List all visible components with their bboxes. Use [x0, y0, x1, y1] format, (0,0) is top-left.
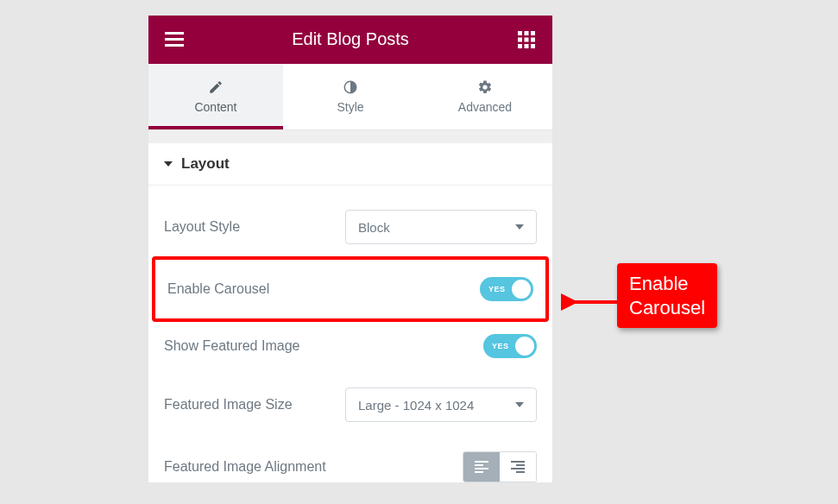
svg-rect-14	[475, 468, 488, 469]
row-featured-image-size: Featured Image Size Large - 1024 x 1024	[164, 387, 537, 422]
section-title: Layout	[181, 155, 230, 173]
svg-rect-18	[511, 468, 525, 469]
tab-style[interactable]: Style	[283, 64, 418, 129]
align-left-button[interactable]	[463, 452, 500, 482]
align-group	[463, 451, 537, 482]
svg-rect-6	[518, 37, 522, 41]
toggle-show-featured-image-text: YES	[492, 342, 509, 350]
tab-style-label: Style	[337, 100, 363, 114]
svg-rect-12	[475, 461, 488, 463]
row-layout-style: Layout Style Block	[164, 210, 537, 244]
select-layout-style-value: Block	[358, 220, 390, 235]
callout-line2: Carousel	[629, 296, 705, 320]
toggle-show-featured-image[interactable]: YES	[483, 334, 537, 358]
svg-rect-10	[525, 44, 529, 48]
editor-panel: Edit Blog Posts Content Style Advanced L…	[148, 15, 553, 483]
align-right-button[interactable]	[500, 452, 536, 482]
tab-advanced-label: Advanced	[458, 100, 512, 114]
label-show-featured-image: Show Featured Image	[164, 338, 345, 354]
select-featured-image-size-value: Large - 1024 x 1024	[358, 398, 474, 413]
tab-bar: Content Style Advanced	[148, 64, 552, 130]
callout-line1: Enable	[629, 272, 705, 296]
tab-content[interactable]: Content	[148, 64, 283, 129]
svg-rect-9	[518, 44, 522, 48]
tab-advanced[interactable]: Advanced	[418, 64, 552, 129]
controls: Layout Style Block Enable Carousel YES S…	[148, 186, 552, 482]
svg-rect-3	[518, 31, 522, 35]
svg-rect-7	[525, 37, 529, 41]
chevron-down-icon	[515, 402, 524, 407]
svg-rect-8	[531, 37, 535, 41]
label-featured-image-size: Featured Image Size	[164, 397, 345, 413]
svg-rect-13	[475, 464, 483, 466]
label-layout-style: Layout Style	[164, 219, 345, 235]
label-enable-carousel: Enable Carousel	[167, 281, 349, 297]
spacer	[148, 130, 552, 143]
svg-rect-15	[475, 471, 483, 473]
row-featured-image-alignment: Featured Image Alignment	[164, 451, 537, 482]
svg-rect-11	[531, 44, 535, 48]
svg-rect-5	[531, 31, 535, 35]
menu-icon[interactable]	[164, 29, 185, 50]
row-enable-carousel: Enable Carousel YES	[152, 256, 549, 322]
annotation-arrow	[561, 292, 621, 312]
chevron-down-icon	[515, 224, 524, 230]
panel-title: Edit Blog Posts	[185, 29, 516, 49]
caret-down-icon	[164, 161, 173, 167]
svg-rect-1	[165, 38, 184, 41]
section-layout-header[interactable]: Layout	[148, 143, 552, 186]
svg-rect-4	[525, 31, 529, 35]
annotation-callout: Enable Carousel	[617, 263, 717, 328]
svg-rect-2	[165, 44, 184, 47]
select-featured-image-size[interactable]: Large - 1024 x 1024	[345, 387, 537, 422]
svg-rect-0	[165, 32, 184, 35]
topbar: Edit Blog Posts	[148, 16, 552, 64]
tab-content-label: Content	[194, 100, 236, 114]
select-layout-style[interactable]: Block	[345, 210, 537, 244]
svg-rect-19	[516, 471, 525, 473]
svg-rect-17	[516, 464, 525, 466]
toggle-knob	[515, 337, 534, 356]
svg-rect-16	[511, 461, 525, 463]
toggle-enable-carousel-text: YES	[488, 285, 506, 293]
toggle-knob	[512, 280, 531, 299]
apps-grid-icon[interactable]	[516, 29, 537, 50]
label-featured-image-alignment: Featured Image Alignment	[164, 459, 345, 475]
row-show-featured-image: Show Featured Image YES	[164, 334, 537, 358]
toggle-enable-carousel[interactable]: YES	[480, 277, 533, 301]
